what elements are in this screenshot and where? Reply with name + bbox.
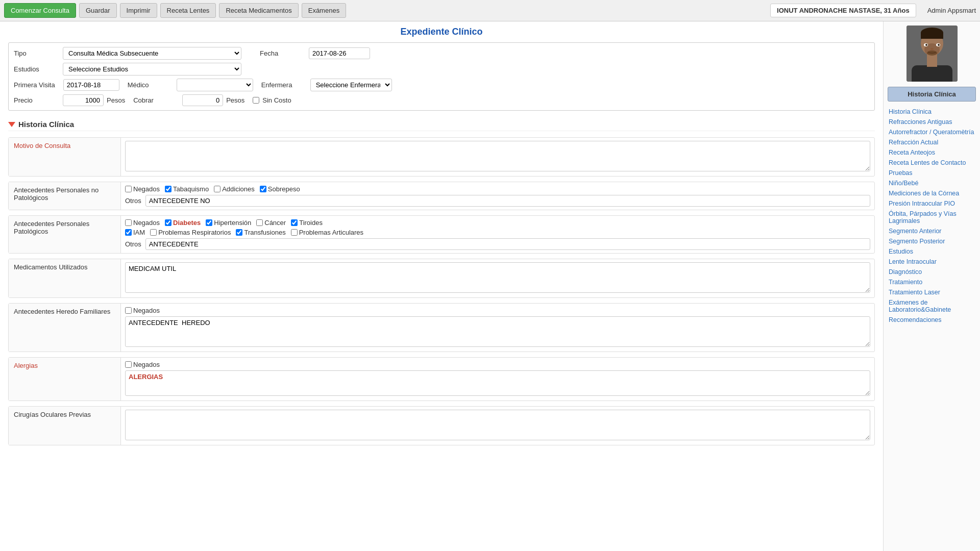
cb-cancer-label: Cáncer xyxy=(264,219,286,227)
antecedentes-no-pat-content: Negados Tabaquismo Addiciones Sobrepeso xyxy=(121,182,874,210)
motivo-textarea[interactable] xyxy=(125,141,870,171)
estudios-select[interactable]: Seleccione Estudios xyxy=(63,63,241,76)
cb-tabaquismo-input[interactable] xyxy=(165,186,172,192)
cb-negados-alergias-input[interactable] xyxy=(125,361,132,368)
sidebar-link-receta-anteojos[interactable]: Receta Anteojos xyxy=(888,147,976,158)
sidebar-link-refraccion-actual[interactable]: Refracción Actual xyxy=(888,137,976,147)
sidebar-link-lente-intraocular[interactable]: Lente Intraocular xyxy=(888,257,976,267)
content-area: Expediente Clínico Tipo Consulta Médica … xyxy=(0,21,883,551)
cb-addiciones-label: Addiciones xyxy=(222,185,255,193)
cb-hipertension-input[interactable] xyxy=(206,219,212,226)
antecedentes-heredo-section: Antecedentes Heredo Familiares Negados A… xyxy=(8,303,875,352)
cb-negados-heredo: Negados xyxy=(125,307,160,314)
svg-point-12 xyxy=(927,51,937,56)
estudios-value: Seleccione Estudios xyxy=(63,63,241,76)
tipo-label: Tipo xyxy=(14,49,55,57)
antecedentes-pat-checkboxes-row2: IAM Problemas Respiratorios Transfusione… xyxy=(125,229,870,236)
precio-input[interactable] xyxy=(63,94,104,106)
sidebar-link-estudios[interactable]: Estudios xyxy=(888,246,976,257)
receta-medicamentos-button[interactable]: Receta Medicamentos xyxy=(219,3,298,18)
sidebar-link-refracciones[interactable]: Refracciones Antiguas xyxy=(888,117,976,127)
medicamentos-content: MEDICAM UTIL xyxy=(121,259,874,297)
medico-select[interactable] xyxy=(177,79,253,91)
cirugias-label: Cirugías Oculares Previas xyxy=(9,407,121,445)
cb-transfusiones-input[interactable] xyxy=(236,229,242,236)
cb-hipertension: Hipertensión xyxy=(206,219,251,227)
precio-label: Precio xyxy=(14,96,55,104)
otros-pat-label: Otros xyxy=(125,240,141,248)
sidebar-link-examenes-lab[interactable]: Exámenes de Laboratorio&Gabinete xyxy=(888,297,976,315)
examenes-button[interactable]: Exámenes xyxy=(302,3,346,18)
cb-problemas-resp-input[interactable] xyxy=(150,229,157,236)
page-title: Expediente Clínico xyxy=(8,27,875,37)
antecedentes-heredo-content: Negados ANTECEDENTE HEREDO xyxy=(121,304,874,352)
guardar-button[interactable]: Guardar xyxy=(79,3,117,18)
cb-problemas-resp-label: Problemas Respiratorios xyxy=(158,229,231,236)
svg-rect-4 xyxy=(927,54,937,67)
svg-rect-3 xyxy=(912,65,952,82)
svg-point-9 xyxy=(925,44,927,46)
cb-negados-heredo-label: Negados xyxy=(133,307,160,314)
antecedentes-pat-section: Antecedentes Personales Patológicos Nega… xyxy=(8,215,875,254)
primera-visita-input[interactable] xyxy=(63,79,119,91)
cb-negados-no-pat-input[interactable] xyxy=(125,186,132,192)
cb-negados-alergias-label: Negados xyxy=(133,361,160,368)
cb-negados-pat-input[interactable] xyxy=(125,219,132,226)
cb-transfusiones-label: Transfusiones xyxy=(244,229,285,236)
sidebar-link-historia-clinica[interactable]: Historia Clínica xyxy=(888,107,976,117)
sidebar-link-recomendaciones[interactable]: Recomendaciones xyxy=(888,315,976,325)
antecedentes-heredo-textarea[interactable]: ANTECEDENTE HEREDO xyxy=(125,316,870,347)
sidebar-header-button[interactable]: Historia Clínica xyxy=(888,87,976,102)
cb-sobrepeso-label: Sobrepeso xyxy=(268,185,300,193)
cobrar-input[interactable] xyxy=(182,94,223,106)
admin-label: Admin Appsmart xyxy=(927,7,976,14)
primera-visita-label: Primera Visita xyxy=(14,81,55,89)
sidebar-link-autorrefractor[interactable]: Autorrefractor / Queratomètría xyxy=(888,127,976,137)
sin-costo-value: Sin Costo xyxy=(253,96,291,104)
antecedentes-no-pat-label: Antecedentes Personales no Patológicos xyxy=(9,182,121,210)
cb-diabetes: Diabetes xyxy=(165,219,201,227)
enfermera-select[interactable]: Seleccione Enfermera xyxy=(310,79,392,91)
fecha-label: Fecha xyxy=(260,49,301,57)
antecedentes-heredo-checkboxes: Negados xyxy=(125,307,870,314)
sidebar-link-receta-lentes-contacto[interactable]: Receta Lentes de Contacto xyxy=(888,158,976,168)
sidebar-link-tratamiento-laser[interactable]: Tratamiento Laser xyxy=(888,287,976,297)
sidebar-link-orbita[interactable]: Órbita, Párpados y Vías Lagrimales xyxy=(888,209,976,226)
sidebar-link-tratamiento[interactable]: Tratamiento xyxy=(888,277,976,287)
cb-diabetes-input[interactable] xyxy=(165,219,172,226)
fecha-input[interactable] xyxy=(309,47,370,59)
antecedentes-no-pat-checkboxes: Negados Tabaquismo Addiciones Sobrepeso xyxy=(125,185,870,193)
cb-addiciones-input[interactable] xyxy=(214,186,220,192)
medicamentos-textarea[interactable]: MEDICAM UTIL xyxy=(125,262,870,293)
right-sidebar: Historia Clínica Historia Clínica Refrac… xyxy=(883,21,980,551)
otros-pat-input[interactable] xyxy=(145,238,870,250)
cobrar-label: Cobrar xyxy=(133,96,174,104)
meta-table: Tipo Consulta Médica Subsecuente Fecha E… xyxy=(8,42,875,111)
cb-tiroides: Tiroides xyxy=(291,219,323,227)
antecedentes-no-pat-section: Antecedentes Personales no Patológicos N… xyxy=(8,182,875,210)
tipo-select[interactable]: Consulta Médica Subsecuente xyxy=(63,47,241,60)
sidebar-link-diagnostico[interactable]: Diagnóstico xyxy=(888,267,976,277)
sidebar-link-nino-bebe[interactable]: Niño/Bebé xyxy=(888,178,976,188)
sidebar-link-segmento-anterior[interactable]: Segmento Anterior xyxy=(888,226,976,236)
otros-no-pat-input[interactable] xyxy=(145,195,870,207)
receta-lentes-button[interactable]: Receta Lentes xyxy=(160,3,216,18)
primera-visita-value xyxy=(63,79,119,91)
svg-point-10 xyxy=(938,44,940,46)
sidebar-link-pruebas[interactable]: Pruebas xyxy=(888,168,976,178)
cb-problemas-art-input[interactable] xyxy=(291,229,298,236)
sidebar-link-presion-pio[interactable]: Presión Intraocular PIO xyxy=(888,198,976,209)
alergias-textarea[interactable]: ALERGIAS xyxy=(125,370,870,396)
sidebar-link-mediciones-cornea[interactable]: Mediciones de la Córnea xyxy=(888,188,976,198)
cb-tiroides-input[interactable] xyxy=(291,219,298,226)
comenzar-consulta-button[interactable]: Comenzar Consulta xyxy=(4,3,76,18)
cb-iam-input[interactable] xyxy=(125,229,132,236)
cb-sobrepeso-input[interactable] xyxy=(260,186,266,192)
cobrar-unit: Pesos xyxy=(226,96,244,104)
sin-costo-checkbox[interactable] xyxy=(253,97,259,104)
sidebar-link-segmento-posterior[interactable]: Segmento Posterior xyxy=(888,236,976,246)
cirugias-textarea[interactable] xyxy=(125,410,870,440)
imprimir-button[interactable]: Imprimir xyxy=(120,3,157,18)
cb-negados-heredo-input[interactable] xyxy=(125,307,132,314)
cb-cancer-input[interactable] xyxy=(256,219,263,226)
